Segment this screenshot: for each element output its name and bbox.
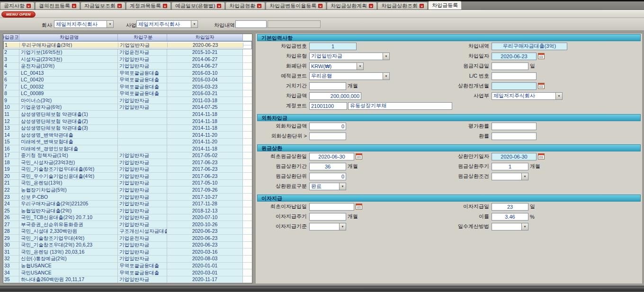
table-row[interactable]: 18국민_시설자금(23억3천)기업일반자금2017-06-23 [3, 159, 252, 166]
tab-close-icon[interactable]: ✕ [257, 4, 261, 8]
table-row[interactable]: 34국민USANCE무역포괄금융대출2020-03-01 [3, 269, 252, 276]
first-principal-repay-date-field[interactable] [309, 153, 354, 160]
tab-label: 예금일보(은행별) [175, 2, 215, 9]
tab-close-icon[interactable]: ✕ [72, 4, 76, 8]
rollover-yearmonth-field[interactable] [492, 82, 537, 90]
table-row[interactable]: 26국민_TCB신용대출(2억) 20.7.10기업일반자금2020-07-10 [3, 214, 252, 221]
table-row[interactable]: 2기업기보(16억5천)기업운전자금2015-10-21 [3, 49, 252, 56]
calendar-icon[interactable] [356, 204, 362, 210]
business-unit-select[interactable]: 제일저지주식회사▼ [492, 92, 563, 100]
calendar-icon[interactable] [356, 153, 362, 159]
loan-amount-field[interactable] [309, 92, 361, 100]
exchange-rate-field[interactable] [492, 133, 537, 140]
table-row[interactable]: 10기업운영자금(6억)기업일반자금2014-07-25 [3, 104, 252, 111]
table-cell: 24 [3, 201, 19, 208]
tab-close-icon[interactable]: ✕ [217, 4, 221, 8]
table-row[interactable]: 4운전자금(10억)기업일반자금2014-06-27 [3, 63, 252, 70]
menu-open-button[interactable]: MENU OPEN [1, 11, 36, 18]
table-row[interactable]: 30국민_기술창조우대(2억) 20,6,23기업일반자금2020-06-23 [3, 242, 252, 249]
table-row[interactable]: 35하나대출260백만원 20,11,17기업일반자금2020-11-17 [3, 276, 252, 283]
table-row[interactable]: 22농협장기차입금(5억)기업일반자금2017-09-26 [3, 186, 252, 194]
interest-pay-cycle-field[interactable] [309, 213, 346, 221]
principal-repay-condition-select[interactable]: ▼ [492, 173, 528, 180]
currency-unit-select[interactable]: KRW(₩)▼ [309, 62, 364, 70]
column-header [243, 34, 252, 41]
interest-pay-day-field[interactable] [492, 203, 528, 211]
table-row[interactable]: 1우리구매자금대출(3억)기업일반자금2020-06-23 [3, 41, 252, 49]
workplace-select[interactable]: 제일저지주식회사 ▼ [136, 20, 198, 28]
tab-loan-repay-plan[interactable]: 차입금상환계획✕ [327, 2, 377, 9]
calendar-icon[interactable] [538, 83, 545, 89]
repay-complete-type-select[interactable]: 완료▼ [309, 183, 346, 190]
table-row[interactable]: 14삼성생명_변액약관대출2014-11-20 [3, 132, 252, 139]
table-row[interactable]: 33농협USANCE무역포괄금융대출2020-01-01 [3, 263, 252, 270]
tab-deposit-daily-by-bank[interactable]: 예금일보(은행별)✕ [171, 2, 225, 9]
table-row[interactable]: 8LC_00089무역포괄금융대출2016-03-21 [3, 90, 252, 97]
table-row[interactable]: 32신한(-)통장예금(2억)기업일반자금2020-08-03 [3, 256, 252, 263]
calendar-icon[interactable] [538, 153, 545, 159]
table-row[interactable]: 24우리구매자금대출(2억)221205기업일반자금2017-11-28 [3, 201, 252, 208]
tab-close-icon[interactable]: ✕ [27, 4, 31, 8]
principal-repay-cycle-field[interactable] [492, 163, 528, 170]
table-row[interactable]: 5LC_00413무역포괄금융대출2016-03-10 [3, 70, 252, 77]
tab-close-icon[interactable]: ✕ [420, 4, 424, 8]
table-row[interactable]: 13삼성생명단체보험 약관대출(3)2014-11-18 [3, 125, 252, 132]
tab-close-icon[interactable]: ✕ [369, 4, 373, 8]
table-row[interactable]: 19국민_기술창조기업우대대출(6억)기업일반자금2017-06-23 [3, 166, 252, 173]
fx-loan-amount-field[interactable] [309, 123, 346, 130]
table-row[interactable]: 3시설자금(23억3천)기업일반자금2014-06-27 [3, 56, 252, 63]
account-code-field[interactable] [309, 102, 347, 110]
loan-desc-search-input[interactable] [235, 20, 267, 28]
table-row[interactable]: 16미래에셋_경영인보험대출2014-11-18 [3, 145, 252, 152]
table-row[interactable]: 12삼성생명단체보험 약관대출(2)2014-11-18 [3, 118, 252, 125]
tab-loan-status[interactable]: 차입금현황✕ [225, 2, 265, 9]
fx-repay-unit-field[interactable] [309, 133, 346, 140]
tab-loan-register[interactable]: 차입금등록 [428, 1, 462, 9]
first-interest-pay-date-field[interactable] [309, 203, 354, 211]
tab-notice[interactable]: 공지사항✕ [0, 2, 35, 9]
calendar-icon[interactable] [538, 53, 545, 59]
table-row[interactable]: 6LC_00420무역포괄금융대출2016-03-04 [3, 77, 252, 84]
maturity-date-field[interactable] [492, 153, 537, 160]
table-row[interactable]: 11삼성생명단체보험 약관대출(1)2014-11-18 [3, 111, 252, 118]
loan-date-field[interactable] [492, 53, 537, 60]
tab-loan-repay-inquiry[interactable]: 차입금상환조회✕ [377, 2, 428, 9]
table-row[interactable]: 20국민_우수기술기업신용대출(4억)기업일반자금2017-06-23 [3, 173, 252, 180]
deposit-code-select[interactable]: 우리은행▼ [309, 72, 390, 80]
tab-approval-slip-register[interactable]: 결의전표등록✕ [35, 2, 80, 9]
table-row[interactable]: 25농협일반자금대출(2억)기업일반자금2018-12-13 [3, 207, 252, 214]
table-row[interactable]: 29국민_기술창조기업우대(4억)기업운전자금2020-06-23 [3, 235, 252, 242]
principal-repay-period-field[interactable] [309, 163, 346, 170]
table-row[interactable]: 9마이너스(3억)기업일반자금2011-03-18 [3, 97, 252, 104]
table-row[interactable]: 7LC_00032무역포괄금융대출2016-03-23 [3, 83, 252, 90]
tab-close-icon[interactable]: ✕ [318, 4, 322, 8]
loan-desc-field[interactable] [492, 43, 567, 50]
interest-basis-select[interactable]: ▼ [309, 223, 346, 230]
tab-fund-daily-inquiry[interactable]: 자금일보조회✕ [80, 2, 125, 9]
table-row[interactable]: 28국민_시설대 2,330백만원구조개선시설자금대출2020-06-23 [3, 228, 252, 235]
interest-rate-field[interactable] [492, 213, 528, 221]
principal-repay-unit-field[interactable] [309, 173, 346, 180]
grace-period-field[interactable] [309, 82, 346, 90]
loan-number-field[interactable] [309, 43, 357, 50]
day-count-method-select[interactable]: ▼ [492, 223, 528, 230]
lc-number-field[interactable] [492, 72, 537, 80]
table-row[interactable]: 21국민_온렌딩(13억)기업일반자금2017-05-10 [3, 180, 252, 187]
tab-account-subject-register[interactable]: 계정과목등록✕ [126, 2, 171, 9]
form-cell: 최초원금상환일 [257, 153, 447, 160]
tab-loan-rate-change-register[interactable]: 차입금변동이율등록✕ [266, 2, 326, 9]
table-row[interactable]: 31국민_온렌딩 (13억) 20,03,16기업일반자금2020-03-16 [3, 248, 252, 256]
table-cell [118, 145, 167, 152]
table-row[interactable]: 17중기청 정책자금(1억)기업일반자금2017-05-02 [3, 152, 252, 159]
table-row[interactable]: 23신보 P-CBO기업일반자금2017-10-27 [3, 194, 252, 201]
tab-close-icon[interactable]: ✕ [117, 4, 122, 8]
company-select[interactable]: 제일저지주식회사 ▼ [54, 20, 114, 28]
account-code-name-field[interactable] [348, 102, 452, 110]
table-cell [243, 214, 252, 221]
eval-exchange-rate-field[interactable] [492, 123, 537, 130]
table-row[interactable]: 15미래에셋_변액보험대출2014-11-20 [3, 139, 252, 146]
table-row[interactable]: 27부국증권_선순위유동화증권기업일반자금2020-10-26 [3, 221, 252, 228]
principal-pay-day-field[interactable] [492, 62, 528, 70]
tab-close-icon[interactable]: ✕ [163, 4, 167, 8]
loan-type-select[interactable]: 기업일반자금▼ [309, 53, 390, 60]
